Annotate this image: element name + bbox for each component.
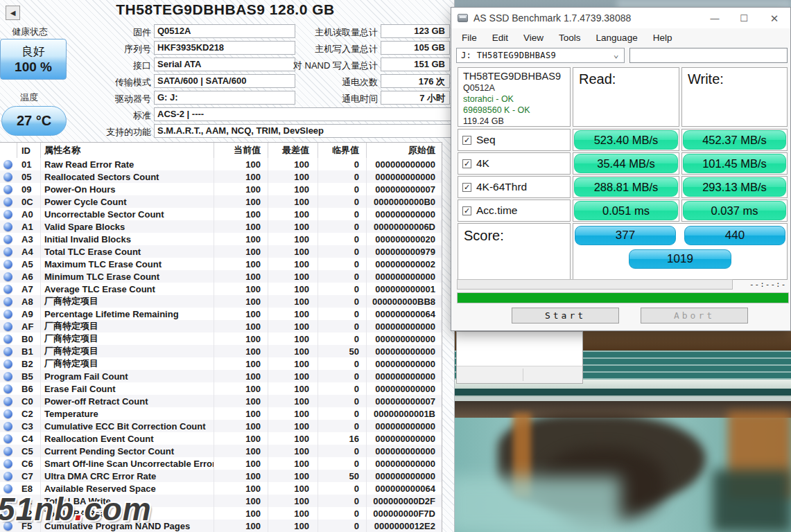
minimize-button[interactable]: — <box>704 12 725 25</box>
smart-dot-cell <box>0 170 17 183</box>
drive-select-dropdown[interactable]: J: TH58TEG9DBHBAS9 ⌄ <box>456 48 625 63</box>
smart-row-B5: B5Program Fail Count1001000000000000000 <box>0 370 442 382</box>
smart-id: A0 <box>17 208 41 220</box>
smart-attribute-name: Ultra DMA CRC Error Rate <box>41 470 214 482</box>
smart-raw: 0000000000B0 <box>367 195 442 208</box>
smart-row-B0: B0厂商特定项目1001000000000000000 <box>0 332 442 345</box>
smart-raw: 000000000007 <box>367 183 442 195</box>
smart-attribute-name: Average TLC Erase Count <box>41 283 214 295</box>
smart-threshold: 0 <box>318 370 367 382</box>
write-result-pill: 0.037 ms <box>683 201 786 220</box>
close-button[interactable]: ✕ <box>764 12 785 25</box>
status-dot-icon <box>3 160 12 169</box>
smart-worst: 100 <box>268 345 318 357</box>
menu-file[interactable]: File <box>454 33 485 43</box>
smart-raw: 000000000000 <box>367 158 442 170</box>
background-window <box>456 331 583 384</box>
comment-field[interactable] <box>629 48 788 63</box>
smart-row-A4: A4Total TLC Erase Count10010000000000009… <box>0 245 442 258</box>
test-label: Acc.time <box>476 204 517 217</box>
smart-current: 100 <box>214 320 268 332</box>
test-label-cell-4k: ✓4K <box>458 152 571 175</box>
smart-dot-cell <box>0 420 17 432</box>
smart-row-C7: C7Ultra DMA CRC Error Rate10010050000000… <box>0 470 442 482</box>
menu-help[interactable]: Help <box>645 33 680 43</box>
smart-worst: 100 <box>268 320 318 332</box>
asssd-titlebar[interactable]: AS SSD Benchmark 1.7.4739.38088 — ☐ ✕ <box>451 8 790 28</box>
wallpaper-dark-corner <box>713 470 791 532</box>
smart-current: 100 <box>214 520 268 532</box>
smart-current: 100 <box>214 370 268 382</box>
smart-id: C6 <box>17 457 41 470</box>
stat-label: 通电时间 <box>236 93 378 105</box>
smart-attribute-name: Total TLC Erase Count <box>41 245 214 258</box>
stat-label: 对 NAND 写入量总计 <box>236 60 378 72</box>
smart-dot-cell <box>0 233 17 245</box>
smart-dot-cell <box>0 258 17 270</box>
field-value-box[interactable]: ACS-2 | ---- <box>154 107 454 121</box>
smart-current: 100 <box>214 195 268 208</box>
smart-current: 100 <box>214 245 268 258</box>
smart-worst: 100 <box>268 332 318 345</box>
status-dot-icon <box>3 447 12 456</box>
smart-dot-cell <box>0 457 17 470</box>
wallpaper-foam-line <box>444 396 791 401</box>
score-label: Score: <box>458 223 571 280</box>
smart-attribute-name: Maximum TLC Erase Count <box>41 258 214 270</box>
smart-id: B2 <box>17 357 41 370</box>
smart-raw: 000000000000 <box>367 370 442 382</box>
status-dot-icon <box>3 434 12 443</box>
read-result-pill: 0.051 ms <box>574 201 678 220</box>
stat-value-box: 151 GB <box>381 57 450 71</box>
test-write-cell: 452.37 MB/s <box>681 129 788 151</box>
test-checkbox[interactable]: ✓ <box>462 183 471 192</box>
smart-current: 100 <box>214 233 268 245</box>
background-window-statusbar <box>457 366 582 383</box>
smart-attribute-name: Erase Fail Count <box>41 382 214 395</box>
write-header: Write: <box>681 67 788 127</box>
menu-tools[interactable]: Tools <box>551 33 589 43</box>
header-attribute-name: 属性名称 <box>41 143 214 158</box>
smart-current: 100 <box>214 220 268 233</box>
smart-row-B1: B1厂商特定项目10010050000000000000 <box>0 345 442 357</box>
maximize-button[interactable]: ☐ <box>733 12 754 25</box>
smart-worst: 100 <box>268 432 318 445</box>
smart-dot-cell <box>0 470 17 482</box>
smart-threshold: 0 <box>318 520 367 532</box>
test-checkbox[interactable]: ✓ <box>462 159 471 168</box>
score-write-pill: 440 <box>684 226 785 245</box>
smart-attribute-name: Uncorrectable Sector Count <box>41 208 214 220</box>
menu-view[interactable]: View <box>516 33 551 43</box>
smart-worst: 100 <box>268 270 318 283</box>
smart-raw: 000000000000 <box>367 432 442 445</box>
smart-id: C5 <box>17 445 41 457</box>
test-checkbox[interactable]: ✓ <box>462 136 471 145</box>
smart-raw: 000000000000 <box>367 457 442 470</box>
smart-threshold: 0 <box>318 382 367 395</box>
smart-attribute-name: Reallocated Sectors Count <box>41 170 214 183</box>
smart-threshold: 0 <box>318 158 367 170</box>
smart-id: 0C <box>17 195 41 208</box>
test-checkbox[interactable]: ✓ <box>462 206 471 215</box>
smart-raw: 000000000000 <box>367 357 442 370</box>
crystaldiskinfo-window: ◀ TH58TEG9DBHBAS9 128.0 GB 健康状态 良好 100 %… <box>0 0 455 532</box>
smart-worst: 100 <box>268 445 318 457</box>
smart-threshold: 0 <box>318 320 367 332</box>
smart-row-C4: C4Reallocation Event Count10010016000000… <box>0 432 442 445</box>
menu-edit[interactable]: Edit <box>485 33 516 43</box>
menu-language[interactable]: Language <box>589 33 645 43</box>
smart-id: 05 <box>17 170 41 183</box>
smart-current: 100 <box>214 420 268 432</box>
smart-dot-cell <box>0 195 17 208</box>
stat-row-4: 通电时间7 小时 <box>0 91 455 107</box>
smart-worst: 100 <box>268 220 318 233</box>
start-button[interactable]: Start <box>512 308 619 323</box>
smart-raw: 000000000002 <box>367 258 442 270</box>
smart-worst: 100 <box>268 357 318 370</box>
status-dot-icon <box>3 285 12 294</box>
smart-raw: 00000000001B <box>367 407 442 420</box>
field-value-box[interactable]: S.M.A.R.T., AAM, NCQ, TRIM, DevSleep <box>154 124 454 138</box>
smart-id: B6 <box>17 382 41 395</box>
smart-id: A6 <box>17 270 41 283</box>
back-button[interactable]: ◀ <box>6 6 20 20</box>
